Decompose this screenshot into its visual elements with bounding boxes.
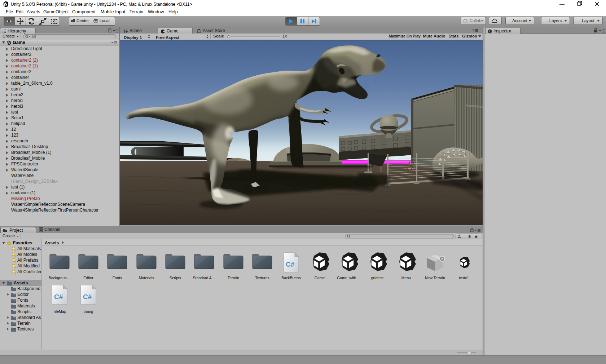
- svg-text:C#: C#: [83, 293, 92, 301]
- svg-text:C#: C#: [286, 261, 295, 268]
- svg-text:C#: C#: [54, 293, 63, 301]
